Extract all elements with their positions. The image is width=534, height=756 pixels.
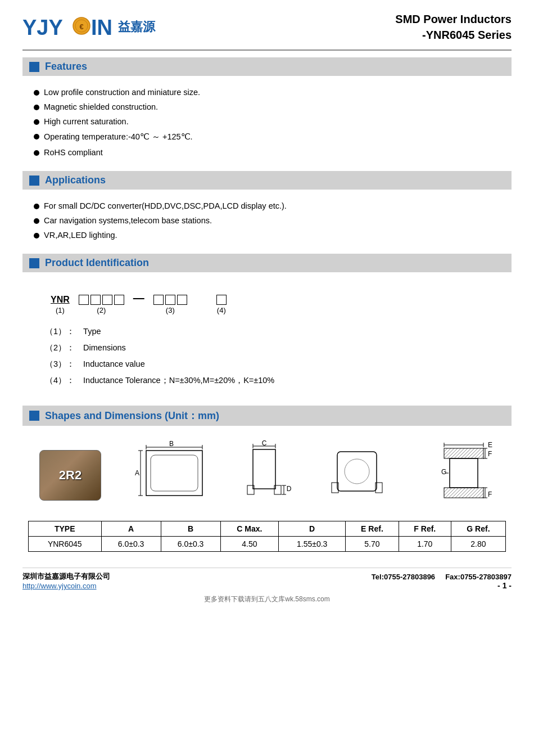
list-item: Operating temperature:-40℃ ～ +125℃. bbox=[34, 129, 500, 145]
cell-c: 4.50 bbox=[220, 537, 279, 552]
pn-group-3: (3) bbox=[153, 295, 187, 314]
header-title: SMD Power Inductors -YNR6045 Series bbox=[395, 11, 512, 43]
pn-boxes-2 bbox=[79, 295, 124, 305]
diagrams-row: 2R2 B A bbox=[28, 435, 506, 515]
page-footer: 深圳市益嘉源电子有限公司 http://www.yjycoin.com Tel:… bbox=[22, 568, 512, 590]
pid-item: （4）： Inductance Tolerance；N=±30%,M=±20%，… bbox=[45, 372, 489, 389]
title-line2: -YNR6045 Series bbox=[395, 27, 512, 43]
list-item: VR,AR,LED lighting. bbox=[34, 228, 500, 242]
pn-box bbox=[90, 295, 101, 305]
bullet-dot bbox=[34, 119, 39, 125]
applications-title: Applications bbox=[45, 174, 106, 186]
bullet-dot bbox=[34, 90, 39, 96]
tel: Tel:0755-27803896 bbox=[372, 573, 435, 581]
diagram-end-view: E G F F bbox=[422, 440, 495, 510]
pid-items-list: （1）： Type （2）： Dimensions （3）： Inductanc… bbox=[39, 320, 495, 392]
dimensions-table: TYPE A B C Max. D E Ref. F Ref. G Ref. Y… bbox=[28, 521, 506, 552]
svg-text:€: € bbox=[79, 22, 83, 31]
col-a: A bbox=[101, 521, 161, 537]
pn-group-2: (2) bbox=[79, 295, 124, 314]
logo-cn-text: 益嘉源 bbox=[118, 19, 155, 35]
col-e-ref: E Ref. bbox=[346, 521, 399, 537]
cell-e: 5.70 bbox=[346, 537, 399, 552]
pn-label-2: (2) bbox=[97, 306, 106, 314]
pn-box bbox=[165, 295, 175, 305]
col-b: B bbox=[161, 521, 220, 537]
pid-item: （3）： Inductance value bbox=[45, 356, 489, 372]
col-g-ref: G Ref. bbox=[451, 521, 505, 537]
diagram-front-view bbox=[326, 440, 393, 510]
svg-text:G: G bbox=[441, 468, 446, 476]
col-f-ref: F Ref. bbox=[399, 521, 451, 537]
pn-boxes-4 bbox=[216, 295, 227, 305]
svg-text:A: A bbox=[135, 469, 139, 477]
pn-boxes-3 bbox=[153, 295, 187, 305]
page-header: YJY € IN 益嘉源 SMD Power Inductors -YNR604… bbox=[22, 11, 512, 51]
pn-box bbox=[153, 295, 164, 305]
website-link[interactable]: http://www.yjycoin.com bbox=[22, 582, 97, 590]
product-id-title: Product Identification bbox=[45, 257, 149, 269]
cell-b: 6.0±0.3 bbox=[161, 537, 220, 552]
list-item: RoHS compliant bbox=[34, 145, 500, 160]
features-blue-square bbox=[29, 62, 39, 72]
list-item: High current saturation. bbox=[34, 114, 500, 129]
pn-box bbox=[177, 295, 187, 305]
diagram-side-view: C D bbox=[242, 440, 298, 510]
svg-text:E: E bbox=[488, 441, 492, 449]
col-c-max: C Max. bbox=[220, 521, 279, 537]
features-list: Low profile construction and miniature s… bbox=[22, 82, 512, 165]
pn-label-4: (4) bbox=[217, 306, 226, 314]
bullet-dot bbox=[34, 233, 39, 238]
bullet-dot bbox=[34, 218, 39, 224]
svg-rect-26 bbox=[337, 452, 377, 491]
shapes-content: 2R2 B A bbox=[22, 431, 512, 557]
footer-left: 深圳市益嘉源电子有限公司 http://www.yjycoin.com bbox=[22, 572, 110, 590]
svg-text:C: C bbox=[262, 440, 267, 447]
cell-a: 6.0±0.3 bbox=[101, 537, 161, 552]
svg-rect-34 bbox=[444, 448, 483, 458]
list-item: Magnetic shielded construction. bbox=[34, 100, 500, 114]
svg-rect-35 bbox=[450, 458, 478, 488]
col-type: TYPE bbox=[29, 521, 102, 537]
table-header-row: TYPE A B C Max. D E Ref. F Ref. G Ref. bbox=[29, 521, 506, 537]
col-d: D bbox=[279, 521, 346, 537]
watermark-text: 更多资料下载请到五八文库wk.58sms.com bbox=[22, 595, 512, 604]
diagram-svg-3 bbox=[326, 440, 393, 508]
pid-item: （1）： Type bbox=[45, 323, 489, 340]
applications-section-header: Applications bbox=[22, 171, 512, 190]
svg-text:D: D bbox=[287, 485, 292, 493]
pn-label-3: (3) bbox=[166, 306, 175, 314]
cell-d: 1.55±0.3 bbox=[279, 537, 346, 552]
svg-rect-38 bbox=[444, 488, 483, 498]
pn-group-4: (4) bbox=[216, 295, 227, 314]
fax: Fax:0755-27803897 bbox=[445, 573, 512, 581]
features-title: Features bbox=[45, 61, 87, 73]
title-line1: SMD Power Inductors bbox=[395, 11, 512, 27]
shapes-blue-square bbox=[29, 411, 39, 421]
part-number-diagram: YNR (1) (2) — (3) bbox=[51, 291, 495, 314]
pn-box bbox=[102, 295, 112, 305]
product-id-blue-square bbox=[29, 258, 39, 268]
bullet-dot bbox=[34, 150, 39, 156]
pn-box bbox=[216, 295, 227, 305]
svg-text:YJY: YJY bbox=[22, 16, 63, 39]
bullet-dot bbox=[34, 134, 39, 140]
list-item: Low profile construction and miniature s… bbox=[34, 85, 500, 100]
svg-rect-10 bbox=[151, 455, 198, 491]
cell-g: 2.80 bbox=[451, 537, 505, 552]
svg-text:B: B bbox=[169, 440, 174, 448]
applications-blue-square bbox=[29, 176, 39, 186]
svg-text:IN: IN bbox=[91, 16, 112, 39]
page-number: - 1 - bbox=[497, 581, 512, 590]
pn-group-1: YNR (1) bbox=[51, 295, 70, 314]
component-photo: 2R2 bbox=[39, 450, 101, 501]
company-name: 深圳市益嘉源电子有限公司 bbox=[22, 572, 110, 582]
pn-prefix: YNR bbox=[51, 295, 70, 305]
pid-item: （2）： Dimensions bbox=[45, 340, 489, 356]
list-item: For small DC/DC converter(HDD,DVC,DSC,PD… bbox=[34, 199, 500, 213]
diagram-svg-2: C D bbox=[242, 440, 298, 508]
diagram-top-view: B A bbox=[129, 440, 214, 510]
diagram-svg-4: E G F F bbox=[422, 440, 495, 508]
pn-label-1: (1) bbox=[56, 306, 65, 314]
applications-list: For small DC/DC converter(HDD,DVC,DSC,PD… bbox=[22, 195, 512, 248]
